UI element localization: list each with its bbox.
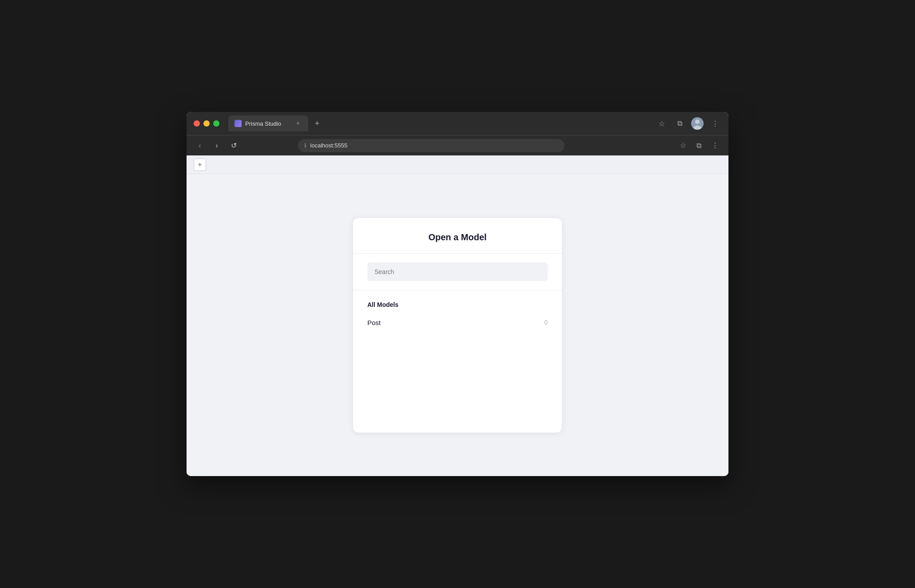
bookmark-icon[interactable]: ☆ [656,117,668,130]
section-label: All Models [367,301,548,308]
avatar[interactable] [691,117,704,130]
reload-button[interactable]: ↺ [227,139,240,152]
back-button[interactable]: ‹ [194,139,206,152]
svg-point-1 [695,119,700,124]
tab-area: Prisma Studio × + [225,115,650,131]
browser-tab[interactable]: Prisma Studio × [228,115,308,131]
browser-controls: ☆ ⧉ ⋮ [656,117,721,130]
menu-icon[interactable]: ⋮ [709,117,721,130]
card-header: Open a Model [353,218,562,254]
model-name: Post [367,319,381,326]
puzzle-icon[interactable]: ⧉ [693,139,705,152]
model-list-item[interactable]: Post 0 [367,315,548,330]
tab-close-button[interactable]: × [294,119,302,127]
browser-window: Prisma Studio × + ☆ ⧉ ⋮ ‹ › ↺ ℹ localhos [187,112,728,476]
extensions-icon[interactable]: ⧉ [673,117,686,130]
tab-title: Prisma Studio [245,120,290,127]
maximize-button[interactable] [213,120,219,127]
model-card: Open a Model All Models Post 0 [353,218,562,433]
forward-button[interactable]: › [211,139,223,152]
add-tab-button[interactable]: + [194,159,206,171]
minimize-button[interactable] [203,120,210,127]
address-url: localhost:5555 [310,142,347,149]
app-tab-bar: + [187,155,728,174]
card-title: Open a Model [367,232,548,242]
model-count: 0 [544,319,548,326]
search-container [353,254,562,290]
toolbar-right: ☆ ⧉ ⋮ [677,139,721,152]
close-button[interactable] [194,120,200,127]
title-bar: Prisma Studio × + ☆ ⧉ ⋮ [187,112,728,135]
bookmark-star-icon[interactable]: ☆ [677,139,689,152]
address-bar-row: ‹ › ↺ ℹ localhost:5555 ☆ ⧉ ⋮ [187,135,728,155]
more-icon[interactable]: ⋮ [709,139,721,152]
address-info-icon: ℹ [304,143,306,149]
new-tab-button[interactable]: + [310,116,324,131]
search-input[interactable] [367,262,548,281]
main-content: Open a Model All Models Post 0 [187,174,728,476]
tab-favicon-icon [235,120,242,127]
traffic-lights [194,120,219,127]
address-field[interactable]: ℹ localhost:5555 [298,139,565,152]
card-body: All Models Post 0 [353,290,562,433]
